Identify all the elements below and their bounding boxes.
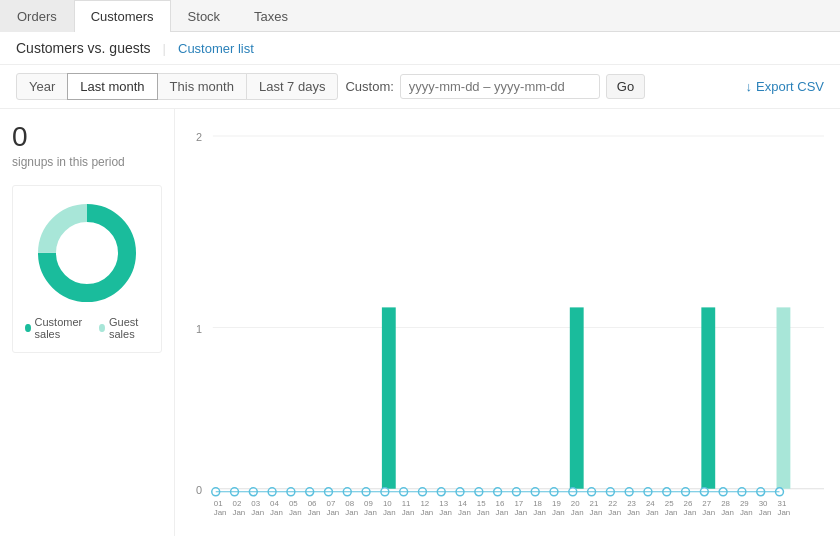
x-label-31-month: Jan [778, 508, 791, 517]
x-label-19: 19 [552, 499, 561, 508]
page-title: Customers vs. guests [16, 40, 151, 56]
x-label-21: 21 [590, 499, 599, 508]
main-content: 0 signups in this period Customer sales [0, 109, 840, 536]
x-label-20-month: Jan [571, 508, 584, 517]
x-label-17: 17 [514, 499, 523, 508]
donut-chart [32, 198, 142, 308]
x-label-31: 31 [778, 499, 787, 508]
nav-tabs: Orders Customers Stock Taxes [0, 0, 840, 32]
go-button[interactable]: Go [606, 74, 645, 99]
signups-label: signups in this period [12, 155, 162, 169]
guest-sales-dot [99, 324, 105, 332]
x-label-27-month: Jan [702, 508, 715, 517]
customer-list-link[interactable]: Customer list [178, 41, 254, 56]
x-label-28-month: Jan [721, 508, 734, 517]
y-label-1: 1 [196, 322, 202, 334]
x-label-15-month: Jan [477, 508, 490, 517]
x-label-22: 22 [608, 499, 617, 508]
bar-day-10 [382, 307, 396, 488]
bar-day-31 [777, 307, 791, 488]
x-label-12-month: Jan [420, 508, 433, 517]
left-panel: 0 signups in this period Customer sales [0, 109, 175, 536]
tab-customers[interactable]: Customers [74, 0, 171, 32]
x-label-1: 01 [214, 499, 223, 508]
x-label-27: 27 [702, 499, 711, 508]
x-label-3: 03 [251, 499, 260, 508]
legend-customer-sales: Customer sales [25, 316, 87, 340]
x-label-30-month: Jan [759, 508, 772, 517]
x-label-23-month: Jan [627, 508, 640, 517]
x-label-4-month: Jan [270, 508, 283, 517]
custom-label: Custom: [345, 79, 393, 94]
guest-sales-label: Guest sales [109, 316, 149, 340]
tab-orders[interactable]: Orders [0, 0, 74, 32]
legend-guest-sales: Guest sales [99, 316, 149, 340]
export-label: Export CSV [756, 79, 824, 94]
x-label-7-month: Jan [327, 508, 340, 517]
export-csv-button[interactable]: ↓ Export CSV [746, 79, 824, 94]
x-label-6: 06 [308, 499, 317, 508]
x-label-5: 05 [289, 499, 298, 508]
x-label-23: 23 [627, 499, 636, 508]
x-label-25-month: Jan [665, 508, 678, 517]
donut-legend: Customer sales Guest sales [25, 316, 149, 340]
chart-area: 2 1 0 01 [175, 109, 840, 536]
x-label-28: 28 [721, 499, 730, 508]
x-label-1-month: Jan [214, 508, 227, 517]
period-year-button[interactable]: Year [16, 73, 68, 100]
x-label-16: 16 [496, 499, 505, 508]
x-label-8-month: Jan [345, 508, 358, 517]
period-this-month-button[interactable]: This month [157, 73, 247, 100]
custom-date-input[interactable] [400, 74, 600, 99]
x-label-13: 13 [439, 499, 448, 508]
x-label-20: 20 [571, 499, 580, 508]
x-label-9: 09 [364, 499, 373, 508]
x-label-8: 08 [345, 499, 354, 508]
period-last-month-button[interactable]: Last month [67, 73, 157, 100]
x-label-10: 10 [383, 499, 392, 508]
svg-point-2 [59, 225, 115, 281]
x-label-30: 30 [759, 499, 768, 508]
x-label-7: 07 [327, 499, 336, 508]
x-label-4: 04 [270, 499, 279, 508]
separator: | [163, 41, 166, 56]
x-label-2: 02 [233, 499, 242, 508]
x-label-13-month: Jan [439, 508, 452, 517]
y-label-0: 0 [196, 484, 202, 496]
page-header: Customers vs. guests | Customer list [0, 32, 840, 65]
x-label-19-month: Jan [552, 508, 565, 517]
x-label-22-month: Jan [608, 508, 621, 517]
x-label-26-month: Jan [684, 508, 697, 517]
x-label-10-month: Jan [383, 508, 396, 517]
download-icon: ↓ [746, 79, 753, 94]
tab-taxes[interactable]: Taxes [237, 0, 305, 32]
x-label-21-month: Jan [590, 508, 603, 517]
customer-sales-label: Customer sales [35, 316, 88, 340]
tab-stock[interactable]: Stock [171, 0, 238, 32]
customer-sales-dot [25, 324, 31, 332]
signups-count: 0 [12, 121, 162, 153]
x-label-29: 29 [740, 499, 749, 508]
x-label-16-month: Jan [496, 508, 509, 517]
bar-day-27 [701, 307, 715, 488]
x-label-18: 18 [533, 499, 542, 508]
x-label-24: 24 [646, 499, 655, 508]
bar-day-20 [570, 307, 584, 488]
x-label-5-month: Jan [289, 508, 302, 517]
x-label-17-month: Jan [514, 508, 527, 517]
x-label-18-month: Jan [533, 508, 546, 517]
filter-bar: Year Last month This month Last 7 days C… [0, 65, 840, 109]
x-label-11: 11 [402, 499, 411, 508]
period-last-7-days-button[interactable]: Last 7 days [246, 73, 339, 100]
x-label-29-month: Jan [740, 508, 753, 517]
custom-range: Custom: Go [345, 74, 645, 99]
x-label-14: 14 [458, 499, 467, 508]
x-label-6-month: Jan [308, 508, 321, 517]
x-label-12: 12 [420, 499, 429, 508]
x-label-2-month: Jan [233, 508, 246, 517]
x-label-26: 26 [684, 499, 693, 508]
x-label-9-month: Jan [364, 508, 377, 517]
x-label-14-month: Jan [458, 508, 471, 517]
x-label-11-month: Jan [402, 508, 415, 517]
x-label-24-month: Jan [646, 508, 659, 517]
